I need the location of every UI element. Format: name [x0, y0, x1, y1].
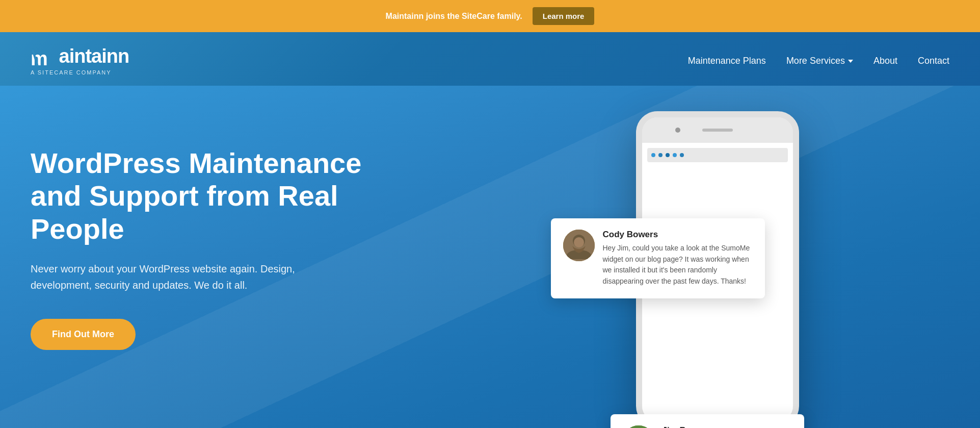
phone-dot-5 — [680, 153, 684, 157]
find-out-more-button[interactable]: Find Out More — [31, 319, 136, 350]
phone-dot-2 — [658, 153, 663, 157]
nav-links: Maintenance Plans More Services About Co… — [688, 56, 949, 66]
svg-point-4 — [574, 237, 584, 247]
logo-tagline: A SITECARE COMPANY — [31, 69, 129, 75]
message-card-jim: Jim Byrom — [611, 414, 804, 428]
banner-text: Maintainn joins the SiteCare family. — [386, 12, 522, 21]
phone-dot-1 — [651, 153, 655, 157]
top-banner: Maintainn joins the SiteCare family. Lea… — [0, 0, 980, 32]
more-services-link[interactable]: More Services — [786, 56, 853, 66]
header: m aintainn A SITECARE COMPANY Maintenanc… — [0, 32, 980, 86]
message-body-cody: Cody Bowers Hey Jim, could you take a lo… — [603, 230, 753, 287]
message-name-cody: Cody Bowers — [603, 230, 753, 240]
logo-text: aintainn — [59, 45, 129, 67]
phone-top-bar — [642, 117, 793, 143]
learn-more-button[interactable]: Learn more — [533, 7, 595, 25]
hero-content: WordPress Maintenance and Support from R… — [31, 116, 387, 350]
logo-area[interactable]: m aintainn A SITECARE COMPANY — [31, 46, 129, 75]
phone-nav-bar — [647, 148, 788, 162]
nav-item-contact[interactable]: Contact — [918, 56, 949, 66]
avatar-jim — [623, 425, 654, 428]
logo-icon: m — [31, 48, 53, 67]
hero-title: WordPress Maintenance and Support from R… — [31, 147, 387, 245]
message-card-cody: Cody Bowers Hey Jim, could you take a lo… — [551, 218, 765, 298]
chevron-down-icon — [848, 60, 853, 63]
phone-dot-4 — [673, 153, 677, 157]
svg-rect-5 — [623, 425, 654, 428]
logo: m aintainn — [31, 46, 129, 67]
nav-item-about[interactable]: About — [873, 56, 897, 66]
contact-link[interactable]: Contact — [918, 56, 949, 66]
phone-speaker — [702, 129, 733, 132]
hero-visual: Cody Bowers Hey Jim, could you take a lo… — [387, 116, 949, 428]
hero-subtitle: Never worry about your WordPress website… — [31, 261, 316, 293]
maintenance-plans-link[interactable]: Maintenance Plans — [688, 56, 766, 66]
phone-camera — [675, 128, 680, 133]
nav-item-more-services[interactable]: More Services — [786, 56, 853, 66]
message-text-cody: Hey Jim, could you take a look at the Su… — [603, 243, 753, 287]
message-body-jim: Jim Byrom — [663, 425, 792, 428]
main-nav: m aintainn A SITECARE COMPANY Maintenanc… — [31, 32, 949, 86]
message-name-jim: Jim Byrom — [663, 425, 792, 428]
hero-section: WordPress Maintenance and Support from R… — [0, 86, 980, 428]
avatar-cody — [563, 230, 595, 261]
about-link[interactable]: About — [873, 56, 897, 66]
phone-dot-3 — [666, 153, 670, 157]
nav-item-maintenance-plans[interactable]: Maintenance Plans — [688, 56, 766, 66]
